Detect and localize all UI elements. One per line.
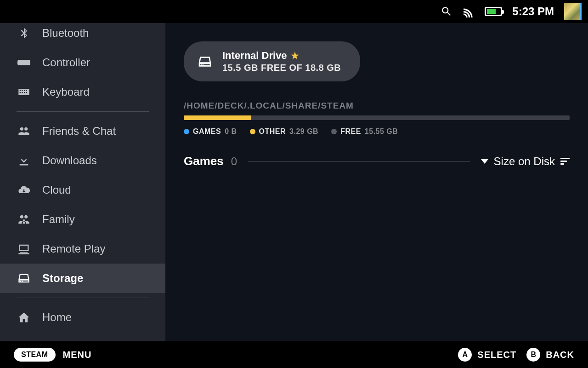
sidebar-item-label: Downloads xyxy=(42,154,97,167)
friends-chat-icon xyxy=(17,125,31,138)
cloud-icon xyxy=(17,184,31,196)
sidebar-item-storage[interactable]: Storage xyxy=(0,264,165,293)
sidebar-item-label: Remote Play xyxy=(42,242,105,255)
default-star-icon: ★ xyxy=(291,50,299,61)
storage-path: /HOME/DECK/.LOCAL/SHARE/STEAM xyxy=(184,101,570,111)
sidebar-item-label: Storage xyxy=(42,272,83,285)
search-icon[interactable] xyxy=(441,6,452,17)
downloads-icon xyxy=(17,154,31,167)
sidebar-item-family[interactable]: Family xyxy=(0,205,165,234)
games-header-row: Games 0 Size on Disk xyxy=(184,154,570,168)
hint-select: A SELECT xyxy=(458,348,516,362)
storage-icon xyxy=(17,272,31,285)
sidebar-item-keyboard[interactable]: Keyboard xyxy=(0,77,165,107)
sort-label: Size on Disk xyxy=(494,155,555,168)
drive-subtitle: 15.5 GB FREE OF 18.8 GB xyxy=(222,63,341,73)
drive-selector[interactable]: Internal Drive ★ 15.5 GB FREE OF 18.8 GB xyxy=(184,41,360,81)
sidebar-item-label: Family xyxy=(42,213,75,226)
sidebar-item-home[interactable]: Home xyxy=(0,303,165,332)
games-header-count: 0 xyxy=(231,155,237,168)
storage-legend: GAMES 0 B OTHER 3.29 GB FREE 15.55 GB xyxy=(184,127,570,136)
sort-dropdown[interactable]: Size on Disk xyxy=(481,155,570,168)
sidebar-item-remote-play[interactable]: Remote Play xyxy=(0,234,165,264)
avatar[interactable] xyxy=(564,3,582,20)
games-header-title: Games xyxy=(184,154,224,168)
sidebar-divider xyxy=(17,298,149,298)
chevron-down-icon xyxy=(481,159,488,164)
storage-usage-bar xyxy=(184,115,570,120)
storage-panel: Internal Drive ★ 15.5 GB FREE OF 18.8 GB… xyxy=(165,23,588,341)
b-button-icon: B xyxy=(526,348,540,362)
settings-sidebar: BluetoothControllerKeyboardFriends & Cha… xyxy=(0,23,165,341)
sidebar-item-downloads[interactable]: Downloads xyxy=(0,146,165,175)
family-icon xyxy=(17,213,31,226)
sidebar-item-friends-chat[interactable]: Friends & Chat xyxy=(0,116,165,146)
sidebar-item-label: Home xyxy=(42,311,72,324)
menu-label: MENU xyxy=(63,350,92,360)
sidebar-item-controller[interactable]: Controller xyxy=(0,48,165,77)
cast-icon[interactable] xyxy=(463,6,475,17)
sidebar-item-label: Keyboard xyxy=(42,86,90,98)
hint-back: B BACK xyxy=(526,348,574,362)
remote-play-icon xyxy=(17,242,31,255)
drive-title: Internal Drive xyxy=(222,50,287,62)
bluetooth-icon xyxy=(17,27,31,40)
sort-icon xyxy=(560,158,570,165)
sidebar-item-label: Controller xyxy=(42,56,90,69)
legend-other: OTHER 3.29 GB xyxy=(250,127,319,136)
footer-bar: STEAM MENU A SELECT B BACK xyxy=(0,341,588,368)
battery-icon xyxy=(485,7,502,16)
legend-free: FREE 15.55 GB xyxy=(331,127,398,136)
status-bar: 5:23 PM xyxy=(0,0,588,23)
sidebar-item-cloud[interactable]: Cloud xyxy=(0,175,165,205)
home-icon xyxy=(17,311,31,324)
sidebar-item-bluetooth[interactable]: Bluetooth xyxy=(0,23,165,48)
sidebar-item-label: Friends & Chat xyxy=(42,125,116,138)
controller-icon xyxy=(17,56,31,69)
drive-icon xyxy=(198,54,212,69)
legend-games: GAMES 0 B xyxy=(184,127,237,136)
steam-button[interactable]: STEAM xyxy=(14,348,56,362)
clock: 5:23 PM xyxy=(512,5,554,18)
a-button-icon: A xyxy=(458,348,472,362)
sidebar-divider xyxy=(17,111,149,112)
divider xyxy=(248,161,470,162)
keyboard-icon xyxy=(17,86,31,98)
sidebar-item-label: Bluetooth xyxy=(42,27,89,40)
sidebar-item-label: Cloud xyxy=(42,184,71,196)
